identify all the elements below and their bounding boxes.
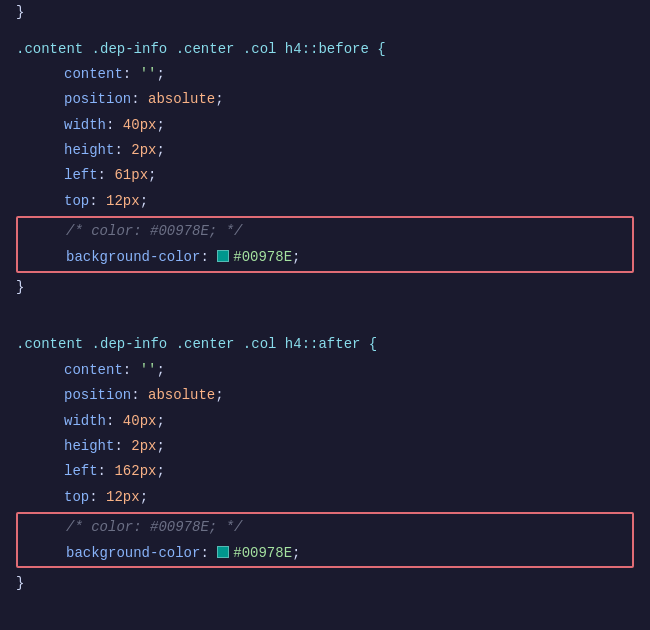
prop-top2: top [64,486,89,508]
color-swatch [217,250,229,262]
prop-content2: content [64,359,123,381]
highlight-box-before: /* color: #00978E; */ background-color :… [16,216,634,273]
bg-color-line2: background-color : #00978E ; [18,540,632,565]
property-line: content : '' ; [0,61,650,86]
closing-brace2: } [16,575,24,591]
property-line: position : absolute ; [0,87,650,112]
val-width2: 40px [123,410,157,432]
code-editor: } .content .dep-info .center .col h4::be… [0,0,650,630]
property-line: height : 2px ; [0,138,650,163]
comment-line: /* color: #00978E; */ [18,219,632,244]
css-block-before: .content .dep-info .center .col h4::befo… [0,28,650,308]
prop-position2: position [64,384,131,406]
prop-content: content [64,63,123,85]
val-content: '' [140,63,157,85]
val-top2: 12px [106,486,140,508]
val-content2: '' [140,359,157,381]
val-bg-color: #00978E [233,246,292,268]
closing-brace-line: } [0,275,650,300]
css-selector: .content .dep-info .center .col h4::befo… [16,38,386,60]
color-comment: /* color: #00978E; */ [66,220,242,242]
prop-width: width [64,114,106,136]
val-bg-color2: #00978E [233,542,292,564]
property-line: width : 40px ; [0,408,650,433]
prop-position: position [64,88,131,110]
prop-bg-color: background-color [66,246,200,268]
top-closing-brace: } [0,0,650,28]
property-line: position : absolute ; [0,383,650,408]
property-line: left : 162px ; [0,459,650,484]
comment-line2: /* color: #00978E; */ [18,515,632,540]
selector-line: .content .dep-info .center .col h4::afte… [0,332,650,357]
val-height: 2px [131,139,156,161]
prop-width2: width [64,410,106,432]
val-top: 12px [106,190,140,212]
val-position: absolute [148,88,215,110]
property-line: top : 12px ; [0,188,650,213]
selector-line: .content .dep-info .center .col h4::befo… [0,36,650,61]
val-position2: absolute [148,384,215,406]
property-line: content : '' ; [0,357,650,382]
color-swatch2 [217,546,229,558]
css-selector-after: .content .dep-info .center .col h4::afte… [16,333,377,355]
color-comment2: /* color: #00978E; */ [66,516,242,538]
brace-char: } [16,4,24,20]
val-width: 40px [123,114,157,136]
closing-brace: } [16,279,24,295]
property-line: left : 61px ; [0,163,650,188]
val-left2: 162px [114,460,156,482]
prop-left2: left [64,460,98,482]
prop-top: top [64,190,89,212]
closing-brace-line2: } [0,570,650,595]
prop-left: left [64,164,98,186]
prop-height: height [64,139,114,161]
property-line: width : 40px ; [0,112,650,137]
highlight-box-after: /* color: #00978E; */ background-color :… [16,512,634,569]
css-block-after: .content .dep-info .center .col h4::afte… [0,324,650,604]
property-line: top : 12px ; [0,484,650,509]
val-left: 61px [114,164,148,186]
spacer [0,308,650,324]
val-height2: 2px [131,435,156,457]
prop-bg-color2: background-color [66,542,200,564]
property-line: height : 2px ; [0,433,650,458]
bg-color-line: background-color : #00978E ; [18,244,632,269]
prop-height2: height [64,435,114,457]
